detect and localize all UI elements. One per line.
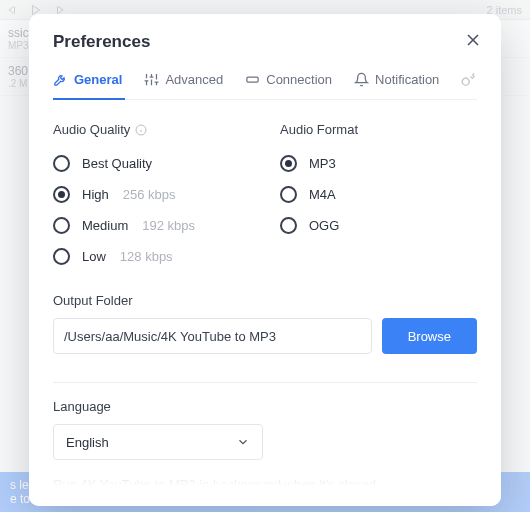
audio-quality-section: Audio Quality Best QualityHigh256 kbpsMe… xyxy=(53,122,250,265)
dialog-title: Preferences xyxy=(53,32,477,52)
tab-general[interactable]: General xyxy=(53,72,122,87)
radio-label: Medium xyxy=(82,218,128,233)
radio-circle-icon xyxy=(53,186,70,203)
radio-quality-medium[interactable]: Medium192 kbps xyxy=(53,217,250,234)
tab-label: Notification xyxy=(375,72,439,87)
bell-icon xyxy=(354,72,369,87)
sliders-icon xyxy=(144,72,159,87)
section-heading: Audio Format xyxy=(280,122,358,137)
active-tab-indicator xyxy=(53,98,125,100)
svg-rect-15 xyxy=(247,77,258,82)
radio-circle-icon xyxy=(280,217,297,234)
browse-button[interactable]: Browse xyxy=(382,318,477,354)
output-folder-input[interactable] xyxy=(53,318,372,354)
radio-label: OGG xyxy=(309,218,339,233)
key-icon[interactable] xyxy=(461,72,476,87)
tabs: General Advanced Connection Notification xyxy=(53,70,477,100)
radio-sublabel: 192 kbps xyxy=(142,218,195,233)
radio-quality-low[interactable]: Low128 kbps xyxy=(53,248,250,265)
tab-label: Advanced xyxy=(165,72,223,87)
radio-label: Low xyxy=(82,249,106,264)
language-label: Language xyxy=(53,399,477,414)
radio-sublabel: 256 kbps xyxy=(123,187,176,202)
connection-icon xyxy=(245,72,260,87)
tab-label: Connection xyxy=(266,72,332,87)
radio-format-mp3[interactable]: MP3 xyxy=(280,155,477,172)
radio-format-m4a[interactable]: M4A xyxy=(280,186,477,203)
chevron-down-icon xyxy=(236,435,250,449)
radio-label: MP3 xyxy=(309,156,336,171)
divider xyxy=(53,382,477,383)
tabs-scroll-right[interactable] xyxy=(498,70,501,89)
radio-label: M4A xyxy=(309,187,336,202)
tab-notification[interactable]: Notification xyxy=(354,72,439,87)
radio-label: Best Quality xyxy=(82,156,152,171)
radio-sublabel: 128 kbps xyxy=(120,249,173,264)
radio-circle-icon xyxy=(53,155,70,172)
language-select[interactable]: English xyxy=(53,424,263,460)
close-button[interactable] xyxy=(463,30,483,50)
radio-format-ogg[interactable]: OGG xyxy=(280,217,477,234)
radio-quality-best-quality[interactable]: Best Quality xyxy=(53,155,250,172)
radio-circle-icon xyxy=(280,155,297,172)
radio-quality-high[interactable]: High256 kbps xyxy=(53,186,250,203)
modal-overlay: Preferences General Advanced Connection … xyxy=(0,0,530,512)
radio-circle-icon xyxy=(53,248,70,265)
preferences-dialog: Preferences General Advanced Connection … xyxy=(29,14,501,506)
radio-circle-icon xyxy=(280,186,297,203)
output-folder-label: Output Folder xyxy=(53,293,477,308)
tab-advanced[interactable]: Advanced xyxy=(144,72,223,87)
run-in-background-option[interactable]: Run 4K YouTube to MP3 in background when… xyxy=(53,477,477,492)
info-icon[interactable] xyxy=(135,124,147,136)
tab-connection[interactable]: Connection xyxy=(245,72,332,87)
radio-label: High xyxy=(82,187,109,202)
language-value: English xyxy=(66,435,109,450)
section-heading: Audio Quality xyxy=(53,122,130,137)
tab-label: General xyxy=(74,72,122,87)
radio-circle-icon xyxy=(53,217,70,234)
wrench-icon xyxy=(53,72,68,87)
audio-format-section: Audio Format MP3M4AOGG xyxy=(280,122,477,265)
